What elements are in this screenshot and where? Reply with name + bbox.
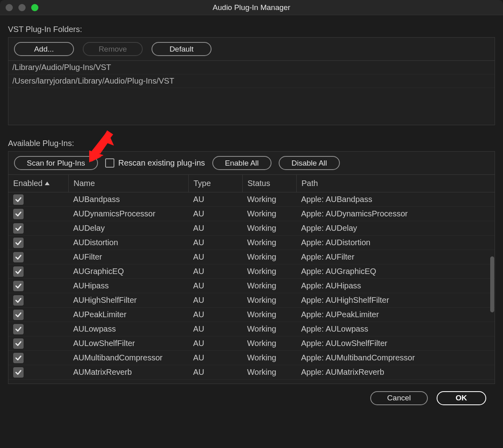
- dialog-footer: Cancel OK: [8, 384, 495, 412]
- checkmark-icon: [15, 210, 22, 218]
- cell-type: AU: [188, 252, 242, 262]
- folder-path-item[interactable]: /Users/larryjordan/Library/Audio/Plug-In…: [8, 74, 495, 88]
- cancel-button[interactable]: Cancel: [370, 391, 427, 405]
- rescan-existing-group[interactable]: Rescan existing plug-ins: [105, 158, 205, 168]
- folders-list[interactable]: /Library/Audio/Plug-Ins/VST/Users/larryj…: [8, 61, 495, 125]
- cell-status: Working: [242, 224, 296, 233]
- table-row[interactable]: AUPeakLimiterAUWorkingApple: AUPeakLimit…: [8, 308, 495, 322]
- checkmark-icon: [15, 268, 22, 275]
- disable-all-button[interactable]: Disable All: [279, 156, 340, 170]
- row-enabled-checkbox[interactable]: [13, 310, 24, 320]
- cell-status: Working: [242, 195, 296, 204]
- checkmark-icon: [15, 196, 22, 203]
- cell-status: Working: [242, 368, 296, 377]
- cell-name: AUMultibandCompressor: [68, 353, 188, 362]
- cell-type: AU: [188, 224, 242, 233]
- table-row[interactable]: AUBandpassAUWorkingApple: AUBandpass: [8, 192, 495, 207]
- col-name[interactable]: Name: [68, 175, 188, 192]
- table-row[interactable]: AULowpassAUWorkingApple: AULowpass: [8, 322, 495, 336]
- cell-type: AU: [188, 339, 242, 348]
- cell-type: AU: [188, 296, 242, 305]
- row-enabled-checkbox[interactable]: [13, 338, 24, 349]
- cell-path: Apple: AULowShelfFilter: [296, 339, 487, 348]
- col-path[interactable]: Path: [296, 175, 487, 192]
- cell-type: AU: [188, 238, 242, 247]
- table-row[interactable]: AUDelayAUWorkingApple: AUDelay: [8, 221, 495, 236]
- checkmark-icon: [15, 326, 22, 333]
- scrollbar-track[interactable]: [490, 256, 495, 382]
- add-folder-button[interactable]: Add...: [14, 42, 74, 56]
- scrollbar-thumb[interactable]: [490, 256, 494, 312]
- cell-name: AUMatrixReverb: [68, 368, 188, 377]
- vst-folders-panel: Add... Remove Default /Library/Audio/Plu…: [8, 37, 495, 125]
- cell-type: AU: [188, 353, 242, 362]
- checkmark-icon: [15, 297, 22, 304]
- row-enabled-checkbox[interactable]: [13, 295, 24, 306]
- vst-folders-label: VST Plug-In Folders:: [8, 25, 495, 34]
- zoom-window-button[interactable]: [31, 4, 38, 11]
- plugins-toolbar: Scan for Plug-Ins Rescan existing plug-i…: [8, 152, 495, 175]
- remove-folder-button: Remove: [83, 42, 143, 56]
- cell-status: Working: [242, 324, 296, 334]
- checkmark-icon: [15, 311, 22, 318]
- cell-path: Apple: AUPeakLimiter: [296, 310, 487, 319]
- table-row[interactable]: AUFilterAUWorkingApple: AUFilter: [8, 250, 495, 264]
- available-plugins-label: Available Plug-Ins:: [8, 139, 495, 148]
- col-type[interactable]: Type: [188, 175, 242, 192]
- table-row[interactable]: AUHighShelfFilterAUWorkingApple: AUHighS…: [8, 293, 495, 308]
- cell-path: Apple: AUMatrixReverb: [296, 368, 487, 377]
- row-enabled-checkbox[interactable]: [13, 252, 24, 262]
- row-enabled-checkbox[interactable]: [13, 266, 24, 277]
- table-row[interactable]: AUDynamicsProcessorAUWorkingApple: AUDyn…: [8, 207, 495, 221]
- cell-name: AUGraphicEQ: [68, 267, 188, 276]
- cell-name: AUHighShelfFilter: [68, 296, 188, 305]
- cell-path: Apple: AUHighShelfFilter: [296, 296, 487, 305]
- cell-status: Working: [242, 353, 296, 362]
- table-row[interactable]: AUHipassAUWorkingApple: AUHipass: [8, 279, 495, 293]
- cell-type: AU: [188, 324, 242, 334]
- cell-path: Apple: AUHipass: [296, 281, 487, 290]
- cell-status: Working: [242, 238, 296, 247]
- cell-status: Working: [242, 209, 296, 218]
- cell-status: Working: [242, 252, 296, 262]
- folder-path-item[interactable]: /Library/Audio/Plug-Ins/VST: [8, 61, 495, 74]
- plugins-table-header: Enabled Name Type Status Path: [8, 175, 495, 192]
- checkmark-icon: [15, 254, 22, 261]
- row-enabled-checkbox[interactable]: [13, 238, 24, 248]
- cell-status: Working: [242, 296, 296, 305]
- close-window-button[interactable]: [6, 4, 13, 11]
- row-enabled-checkbox[interactable]: [13, 353, 24, 363]
- sort-asc-icon: [45, 182, 50, 185]
- scan-plugins-button[interactable]: Scan for Plug-Ins: [14, 156, 98, 170]
- cell-name: AUFilter: [68, 252, 188, 262]
- row-enabled-checkbox[interactable]: [13, 367, 24, 378]
- cell-name: AUDistortion: [68, 238, 188, 247]
- plugins-table-body[interactable]: AUBandpassAUWorkingApple: AUBandpassAUDy…: [8, 192, 495, 384]
- ok-button[interactable]: OK: [437, 391, 487, 405]
- table-row[interactable]: AUDistortionAUWorkingApple: AUDistortion: [8, 236, 495, 250]
- rescan-checkbox[interactable]: [105, 158, 114, 168]
- cell-path: Apple: AUMultibandCompressor: [296, 353, 487, 362]
- table-row[interactable]: AUMultibandCompressorAUWorkingApple: AUM…: [8, 351, 495, 365]
- table-row[interactable]: AUMatrixReverbAUWorkingApple: AUMatrixRe…: [8, 365, 495, 380]
- row-enabled-checkbox[interactable]: [13, 209, 24, 219]
- row-enabled-checkbox[interactable]: [13, 324, 24, 334]
- checkmark-icon: [15, 369, 22, 376]
- row-enabled-checkbox[interactable]: [13, 223, 24, 234]
- enable-all-button[interactable]: Enable All: [212, 156, 272, 170]
- row-enabled-checkbox[interactable]: [13, 194, 24, 205]
- cell-name: AULowpass: [68, 324, 188, 334]
- col-status[interactable]: Status: [242, 175, 296, 192]
- minimize-window-button[interactable]: [18, 4, 26, 11]
- table-row[interactable]: AUGraphicEQAUWorkingApple: AUGraphicEQ: [8, 264, 495, 279]
- cell-type: AU: [188, 195, 242, 204]
- cell-name: AUPeakLimiter: [68, 310, 188, 319]
- checkmark-icon: [15, 239, 22, 246]
- cell-path: Apple: AUDynamicsProcessor: [296, 209, 487, 218]
- cell-name: AULowShelfFilter: [68, 339, 188, 348]
- table-row[interactable]: AULowShelfFilterAUWorkingApple: AULowShe…: [8, 336, 495, 351]
- default-folder-button[interactable]: Default: [152, 42, 212, 56]
- col-enabled[interactable]: Enabled: [8, 179, 68, 188]
- cell-path: Apple: AUBandpass: [296, 195, 487, 204]
- row-enabled-checkbox[interactable]: [13, 281, 24, 291]
